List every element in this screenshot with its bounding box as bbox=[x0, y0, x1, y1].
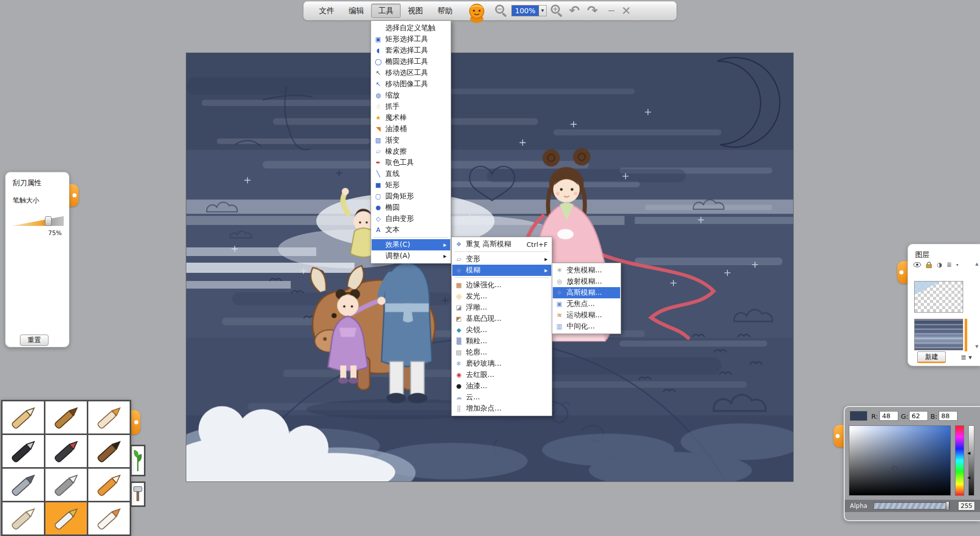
slider-handle[interactable] bbox=[45, 216, 52, 226]
seedling-tool-button[interactable] bbox=[130, 445, 145, 476]
value-arrow-icon[interactable]: ◀ bbox=[967, 476, 970, 480]
menu-item-blur[interactable]: ◉模糊▶ bbox=[452, 265, 551, 276]
close-button[interactable]: ✕ bbox=[621, 4, 631, 17]
hue-slider[interactable] bbox=[955, 425, 964, 496]
saturation-value-picker[interactable] bbox=[849, 425, 951, 496]
menu-item-select-custom-brush[interactable]: 选择自定义笔触 bbox=[372, 22, 450, 34]
menu-item-gaussian-blur[interactable]: ❖高斯模糊... bbox=[553, 287, 620, 298]
alpha-handle[interactable] bbox=[946, 501, 949, 511]
layer-list-caret-icon[interactable]: ▾ bbox=[957, 263, 959, 267]
scroll-up-arrow[interactable]: ▲ bbox=[975, 262, 978, 266]
brush-eraser[interactable] bbox=[88, 502, 130, 534]
menu-item-emboss[interactable]: ◪浮雕... bbox=[452, 302, 551, 313]
menu-item-out-of-focus[interactable]: ▣无焦点... bbox=[553, 298, 620, 310]
menu-item-glow[interactable]: ◎发光... bbox=[452, 291, 551, 302]
eye-icon[interactable] bbox=[913, 262, 921, 268]
menu-item-clouds[interactable]: ☁云... bbox=[452, 392, 551, 403]
menu-edit[interactable]: 编辑 bbox=[341, 4, 371, 18]
palette-knife-icon bbox=[47, 470, 86, 500]
red-input[interactable] bbox=[879, 411, 898, 421]
layer-thumbnail-background[interactable] bbox=[914, 319, 963, 350]
menu-item-rect-select[interactable]: ▣矩形选择工具 bbox=[372, 34, 450, 45]
menu-item-ellipse[interactable]: ●椭圆 bbox=[372, 202, 450, 213]
brush-size-slider[interactable] bbox=[12, 215, 64, 226]
brush-scraper[interactable] bbox=[45, 502, 87, 534]
menu-item-rounded-rectangle[interactable]: ▢圆角矩形 bbox=[372, 191, 450, 202]
menu-item-adjust[interactable]: 调整(A)▶ bbox=[372, 250, 450, 262]
menu-item-motion-blur[interactable]: ≋运动模糊... bbox=[553, 310, 620, 321]
menu-item-move-selection[interactable]: ↖移动选区工具 bbox=[372, 67, 450, 79]
brush-paint-roller[interactable] bbox=[88, 469, 130, 501]
minimize-button[interactable]: ─ bbox=[608, 5, 614, 16]
alpha-slider[interactable] bbox=[873, 502, 950, 509]
menu-item-median[interactable]: ▥中间化... bbox=[553, 321, 620, 332]
brush-palette-knife[interactable] bbox=[45, 469, 87, 501]
menu-item-magic-wand[interactable]: ★魔术棒 bbox=[372, 112, 450, 123]
menu-item-hand[interactable]: ☝抓手 bbox=[372, 101, 450, 112]
menu-item-sharpen[interactable]: ◆尖锐... bbox=[452, 324, 551, 336]
lock-icon[interactable] bbox=[926, 261, 932, 268]
menu-item-rectangle[interactable]: ■矩形 bbox=[372, 180, 450, 191]
undo-button[interactable]: ↶ bbox=[569, 4, 580, 18]
color-panel-handle[interactable] bbox=[834, 425, 845, 447]
menu-item-move-image[interactable]: ↖移动图像工具 bbox=[372, 79, 450, 90]
layer-list-icon[interactable]: ≣ bbox=[946, 261, 951, 268]
contrast-icon[interactable]: ◑ bbox=[937, 261, 942, 268]
menu-item-line[interactable]: ╲直线 bbox=[372, 168, 450, 180]
redo-button[interactable]: ↷ bbox=[587, 4, 598, 18]
menu-item-grain[interactable]: ▒颗粒... bbox=[452, 336, 551, 347]
menu-item-lasso-select[interactable]: ◖套索选择工具 bbox=[372, 45, 450, 56]
value-slider[interactable]: ◀ ◀ bbox=[968, 425, 974, 496]
brush-paint-brush[interactable] bbox=[45, 435, 87, 467]
menu-item-eraser[interactable]: ▱橡皮擦 bbox=[372, 146, 450, 157]
menu-item-add-noise[interactable]: ⣿增加杂点... bbox=[452, 403, 551, 414]
zoom-dropdown-arrow[interactable]: ▼ bbox=[539, 5, 547, 16]
brush-wood-pen[interactable] bbox=[45, 401, 87, 433]
reset-button[interactable]: 重置 bbox=[20, 335, 48, 346]
menu-item-zoom-blur[interactable]: ✳变焦模糊... bbox=[553, 265, 620, 276]
app-logo-icon[interactable] bbox=[467, 2, 486, 23]
menu-item-color-picker[interactable]: ✒取色工具 bbox=[372, 157, 450, 168]
menu-item-label: 套索选择工具 bbox=[385, 46, 447, 55]
menu-item-outline[interactable]: ▤轮廓... bbox=[452, 347, 551, 358]
menu-item-ellipse-select[interactable]: ◯椭圆选择工具 bbox=[372, 56, 450, 67]
brush-crayon[interactable] bbox=[88, 401, 130, 433]
menu-item-gradient[interactable]: ▨渐变 bbox=[372, 135, 450, 146]
menu-tools[interactable]: 工具 bbox=[371, 4, 401, 18]
brush-flat-brush[interactable] bbox=[3, 502, 44, 534]
menu-item-edge-enhance[interactable]: ▦边缘强化... bbox=[452, 279, 551, 291]
menu-item-red-eye[interactable]: ◉去红眼... bbox=[452, 369, 551, 380]
menu-item-zoom[interactable]: ◍缩放 bbox=[372, 90, 450, 101]
layers-panel-handle[interactable] bbox=[897, 261, 909, 284]
zoom-level-input[interactable]: 100% bbox=[511, 5, 539, 16]
menu-item-paint-bucket[interactable]: ◥油漆桶 bbox=[372, 123, 450, 135]
menu-item-repeat-gaussian-blur[interactable]: ❖重复 高斯模糊Ctrl+F bbox=[452, 239, 551, 250]
menu-item-label: 移动图像工具 bbox=[385, 80, 447, 89]
brush-airbrush[interactable] bbox=[3, 469, 44, 501]
new-layer-button[interactable]: 新建 bbox=[917, 351, 946, 363]
menu-view[interactable]: 视图 bbox=[401, 4, 430, 18]
brush-pencil[interactable] bbox=[3, 401, 44, 433]
green-input[interactable] bbox=[909, 411, 928, 421]
menu-item-free-transform[interactable]: ◇自由变形 bbox=[372, 213, 450, 224]
menu-item-effects[interactable]: 效果(C)▶ bbox=[372, 239, 450, 250]
brush-fountain-pen[interactable] bbox=[3, 435, 44, 467]
menu-item-paint[interactable]: ●油漆... bbox=[452, 380, 551, 392]
color-marker[interactable] bbox=[892, 466, 898, 472]
menu-item-transform[interactable]: ▱变形▶ bbox=[452, 253, 551, 265]
extra-tool-button[interactable] bbox=[130, 481, 145, 507]
brush-ink-brush[interactable] bbox=[88, 435, 130, 467]
menu-item-frosted-glass[interactable]: ❄磨砂玻璃... bbox=[452, 358, 551, 369]
layer-menu-button[interactable]: ≣ ▾ bbox=[961, 353, 972, 361]
scroll-down-arrow[interactable]: ▼ bbox=[975, 344, 978, 349]
menu-item-radial-blur[interactable]: ◎放射模糊... bbox=[553, 276, 620, 287]
blue-input[interactable] bbox=[939, 411, 958, 421]
zoom-out-button[interactable]: − bbox=[494, 4, 508, 18]
menu-item-text[interactable]: A文本 bbox=[372, 224, 450, 236]
value-arrow-icon[interactable]: ◀ bbox=[967, 451, 970, 455]
menu-item-bas-relief[interactable]: ◩基底凸现... bbox=[452, 313, 551, 324]
menu-file[interactable]: 文件 bbox=[312, 4, 341, 18]
menu-help[interactable]: 帮助 bbox=[430, 4, 460, 18]
layer-thumbnail-top[interactable] bbox=[914, 281, 963, 313]
zoom-in-button[interactable]: + bbox=[550, 4, 564, 18]
